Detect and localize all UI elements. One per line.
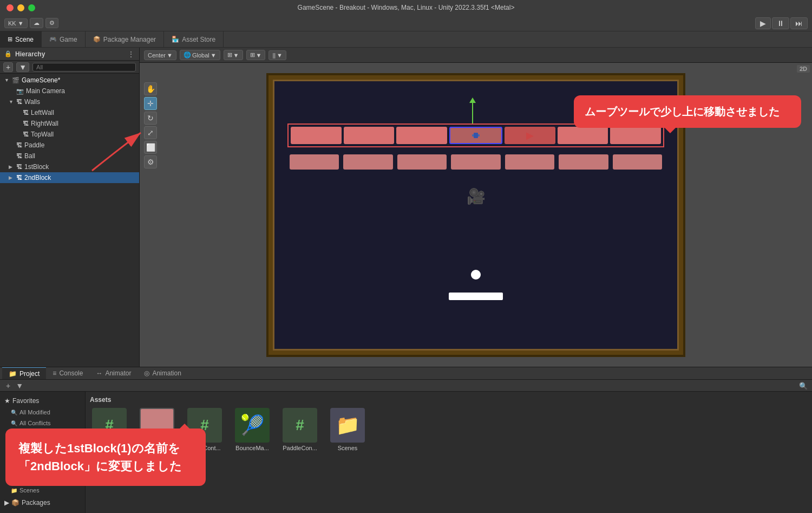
hierarchy-search-input[interactable]	[32, 63, 136, 72]
package-tab-label: Package Manager	[103, 36, 156, 43]
hierarchy-lock-icon: 🔒	[4, 50, 12, 57]
packages-icon: 📦	[11, 499, 19, 506]
asset-bouncema[interactable]: 🎾 BounceMa...	[233, 408, 272, 451]
hierarchy-item-paddle[interactable]: 🏗 Paddle	[0, 140, 139, 151]
packages-label: Packages	[22, 499, 50, 506]
block-2-3	[397, 154, 447, 170]
global-button[interactable]: 🌐 Global ▼	[180, 50, 220, 60]
step-button[interactable]: ⏭	[790, 17, 808, 29]
play-button[interactable]: ▶	[755, 17, 771, 29]
scenes-icon: 📁	[330, 408, 365, 443]
scenes-asset-label: Scenes	[338, 445, 358, 451]
rotate-tool[interactable]: ↻	[144, 112, 157, 125]
hierarchy-item-leftwall[interactable]: 🏗 LeftWall	[0, 107, 139, 118]
hierarchy-tree: ▼ 🎬 GameScene* 📷 Main Camera ▼ 🏗 Walls 🏗…	[0, 74, 139, 367]
sidebar-item-all-conflicts[interactable]: 🔍 All Conflicts	[0, 418, 85, 428]
move-arrow	[469, 98, 476, 124]
modified-search-icon: 🔍	[11, 410, 17, 415]
hierarchy-add-button[interactable]: +	[3, 62, 13, 72]
snap-button[interactable]: ⊞ ▼	[246, 50, 266, 60]
settings-button[interactable]: ⚙	[45, 18, 58, 28]
play-arrow-icon: ▶	[526, 129, 534, 141]
gamescene-arrow: ▼	[4, 77, 10, 83]
topwall-label: TopWall	[31, 131, 54, 138]
hierarchy-menu-button[interactable]: ▼	[16, 62, 29, 72]
grid-button[interactable]: ⊞ ▼	[224, 50, 243, 60]
scale-tool[interactable]: ⤢	[144, 126, 157, 139]
search-area: 🔍	[799, 381, 808, 391]
hand-tool[interactable]: ✋	[144, 82, 157, 95]
tab-console[interactable]: ≡ Console	[46, 367, 89, 379]
hierarchy-item-topwall[interactable]: 🏗 TopWall	[0, 129, 139, 140]
svg-rect-1	[474, 133, 478, 138]
tab-animation[interactable]: ◎ Animation	[137, 367, 187, 379]
tab-game[interactable]: 🎮 Game	[42, 31, 86, 47]
hierarchy-item-ball[interactable]: 🏗 Ball	[0, 151, 139, 161]
callout-top-right: ムーブツールで少し上に移動させました	[574, 95, 801, 128]
assets-area-label: Assets	[90, 396, 808, 404]
sidebar-item-all-modified[interactable]: 🔍 All Modified	[0, 407, 85, 418]
gizmo-button[interactable]: || ▼	[269, 50, 286, 60]
2d-badge: 2D	[797, 65, 810, 73]
asset-paddlecon[interactable]: # PaddleCon...	[280, 408, 319, 451]
center-label: Center	[148, 52, 166, 59]
hierarchy-title: Hierarchy	[15, 50, 45, 58]
animation-tab-icon: ◎	[144, 369, 149, 377]
tab-asset-store[interactable]: 🏪 Asset Store	[164, 31, 224, 47]
tab-project[interactable]: 📁 Project	[2, 367, 46, 379]
block-1-1	[291, 127, 342, 144]
ball-label: Ball	[24, 152, 35, 160]
leftwall-icon: 🏗	[23, 109, 29, 116]
maximize-button[interactable]	[28, 4, 35, 11]
asset-scenes[interactable]: 📁 Scenes	[328, 408, 367, 451]
move-tool[interactable]: ✛	[144, 97, 157, 110]
paddle-object	[449, 293, 503, 300]
1stblock-icon: 🏗	[16, 164, 22, 170]
scene-tab-icon: ⊞	[8, 36, 12, 43]
bottom-tabs: 📁 Project ≡ Console ↔ Animator ◎ Animati…	[0, 367, 812, 380]
editor-tabs: ⊞ Scene 🎮 Game 📦 Package Manager 🏪 Asset…	[0, 31, 812, 48]
leftwall-label: LeftWall	[31, 109, 54, 116]
account-button[interactable]: KK ▼	[4, 18, 28, 28]
traffic-lights[interactable]	[6, 4, 35, 11]
gizmo-icon: ||	[272, 52, 276, 59]
transform-tool[interactable]: ⚙	[144, 155, 157, 168]
hierarchy-more-icon[interactable]: ⋮	[127, 50, 135, 59]
hierarchy-item-main-camera[interactable]: 📷 Main Camera	[0, 86, 139, 96]
snap-arrow: ▼	[256, 52, 262, 59]
hierarchy-item-gamescene[interactable]: ▼ 🎬 GameScene*	[0, 75, 139, 86]
tab-animator[interactable]: ↔ Animator	[89, 367, 137, 379]
project-tab-icon: 📁	[9, 370, 17, 378]
asset-menu-button[interactable]: ▼	[14, 381, 25, 390]
center-arrow-icon: ▼	[167, 52, 173, 59]
hierarchy-item-rightwall[interactable]: 🏗 RightWall	[0, 118, 139, 129]
center-button[interactable]: Center ▼	[144, 50, 176, 60]
close-button[interactable]	[6, 4, 14, 11]
hierarchy-item-2ndblock[interactable]: ⚡ ▶ 🏗 2ndBlock	[0, 172, 139, 183]
all-conflicts-label: All Conflicts	[19, 420, 50, 426]
hash-icon-3: #	[296, 417, 304, 434]
ball-object	[471, 270, 481, 280]
add-asset-button[interactable]: +	[4, 381, 12, 390]
asset-store-tab-icon: 🏪	[172, 36, 179, 43]
game-tab-label: Game	[60, 36, 77, 43]
hierarchy-header-right: ⋮	[127, 50, 135, 59]
grid-icon: ⊞	[227, 51, 232, 59]
hierarchy-item-walls[interactable]: ▼ 🏗 Walls	[0, 96, 139, 107]
packages-header[interactable]: ▶ 📦 Packages	[0, 497, 85, 509]
block-2-6	[559, 154, 608, 170]
gamescene-icon: 🎬	[12, 77, 19, 84]
rect-tool[interactable]: ⬜	[144, 141, 157, 154]
minimize-button[interactable]	[17, 4, 24, 11]
arrow-line	[472, 102, 473, 124]
tab-scene[interactable]: ⊞ Scene	[0, 31, 42, 47]
sidebar-item-scenes[interactable]: 📁 Scenes	[0, 485, 85, 496]
tab-package-manager[interactable]: 📦 Package Manager	[86, 31, 164, 47]
package-tab-icon: 📦	[93, 36, 101, 43]
favorites-header[interactable]: ★ Favorites	[0, 395, 85, 407]
pause-button[interactable]: ⏸	[772, 17, 789, 29]
block-2-2	[343, 154, 392, 170]
hierarchy-item-1stblock[interactable]: ▶ 🏗 1stBlock	[0, 161, 139, 172]
cloud-button[interactable]: ☁	[30, 18, 43, 28]
project-tab-label: Project	[19, 370, 40, 378]
